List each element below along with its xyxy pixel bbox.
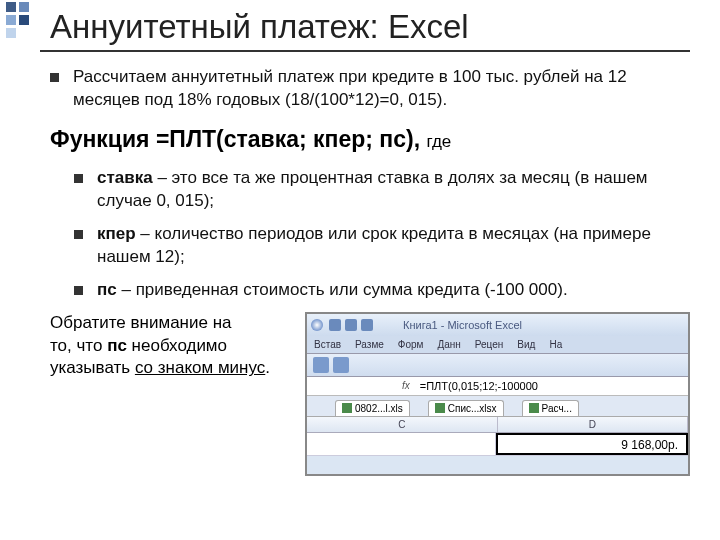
sheet-name-0: 0802...l.xls	[355, 403, 403, 414]
slide-title: Аннуитетный платеж: Excel	[50, 8, 690, 46]
excel-file-icon	[342, 403, 352, 413]
excel-screenshot: Книга1 - Microsoft Excel Встав Разме Фор…	[305, 312, 690, 476]
intro-bullet: Рассчитаем аннуитетный платеж при кредит…	[50, 66, 690, 112]
qat-redo-icon	[361, 319, 373, 331]
note-line2b: необходимо	[127, 336, 227, 355]
func-main: Функция =ПЛТ(ставка; кпер; пс),	[50, 126, 426, 152]
title-rule	[40, 50, 690, 52]
note-line3b: .	[265, 358, 270, 377]
item-kper: кпер – количество периодов или срок кред…	[74, 223, 690, 269]
func-where: где	[426, 132, 451, 151]
bullet-icon	[74, 286, 83, 295]
cut-icon	[333, 357, 349, 373]
tab-layout: Разме	[348, 336, 391, 353]
col-c: C	[307, 417, 498, 432]
desc-ps: – приведенная стоимость или сумма кредит…	[117, 280, 568, 299]
note-line1: Обратите внимание на	[50, 313, 232, 332]
function-heading: Функция =ПЛТ(ставка; кпер; пс), где	[50, 126, 690, 153]
item-ps: пс – приведенная стоимость или сумма кре…	[74, 279, 690, 302]
column-headers: C D	[307, 417, 688, 433]
formula-text: =ПЛТ(0,015;12;-100000	[416, 380, 542, 392]
data-row: 9 168,00р.	[307, 433, 688, 456]
window-title: Книга1 - Microsoft Excel	[403, 319, 522, 331]
bullet-icon	[74, 174, 83, 183]
ribbon-tabs: Встав Разме Форм Данн Рецен Вид На	[307, 336, 688, 354]
term-kper: кпер	[97, 224, 136, 243]
sheet-name-1: Спис...xlsx	[448, 403, 497, 414]
tab-view: Вид	[510, 336, 542, 353]
tab-review: Рецен	[468, 336, 511, 353]
workbook-tabs: 0802...l.xls Спис...xlsx Расч...	[307, 396, 688, 417]
workbook-tab: Расч...	[522, 400, 579, 416]
note-line3a: указывать	[50, 358, 135, 377]
bullet-icon	[50, 73, 59, 82]
note-line2a: то, что	[50, 336, 107, 355]
cell-d-selected: 9 168,00р.	[496, 433, 688, 455]
ribbon-area	[307, 354, 688, 377]
item-stavka: ставка – это все та же процентная ставка…	[74, 167, 690, 213]
tab-addins: На	[542, 336, 569, 353]
qat-undo-icon	[345, 319, 357, 331]
tab-insert: Встав	[307, 336, 348, 353]
intro-text: Рассчитаем аннуитетный платеж при кредит…	[73, 66, 690, 112]
quick-access-toolbar	[329, 319, 373, 331]
note-term: пс	[107, 336, 127, 355]
bullet-icon	[74, 230, 83, 239]
desc-kper: – количество периодов или срок кредита в…	[97, 224, 651, 266]
sheet-name-2: Расч...	[542, 403, 572, 414]
tab-formulas: Форм	[391, 336, 431, 353]
fx-label: fx	[396, 380, 416, 391]
paste-icon	[313, 357, 329, 373]
desc-stavka: – это все та же процентная ставка в доля…	[97, 168, 648, 210]
slide-content: Аннуитетный платеж: Excel Рассчитаем анн…	[0, 0, 720, 476]
cell-c	[307, 433, 496, 455]
office-button-icon	[311, 319, 323, 331]
workbook-tab: Спис...xlsx	[428, 400, 504, 416]
tab-data: Данн	[430, 336, 467, 353]
term-ps: пс	[97, 280, 117, 299]
excel-file-icon	[435, 403, 445, 413]
spreadsheet-grid: C D 9 168,00р.	[307, 417, 688, 456]
excel-file-icon	[529, 403, 539, 413]
term-stavka: ставка	[97, 168, 153, 187]
col-d: D	[498, 417, 689, 432]
note-underline: со знаком минус	[135, 358, 265, 377]
formula-bar: fx =ПЛТ(0,015;12;-100000	[307, 377, 688, 396]
excel-titlebar: Книга1 - Microsoft Excel	[307, 314, 688, 336]
workbook-tab: 0802...l.xls	[335, 400, 410, 416]
qat-save-icon	[329, 319, 341, 331]
note-text: Обратите внимание на то, что пс необходи…	[50, 312, 305, 381]
